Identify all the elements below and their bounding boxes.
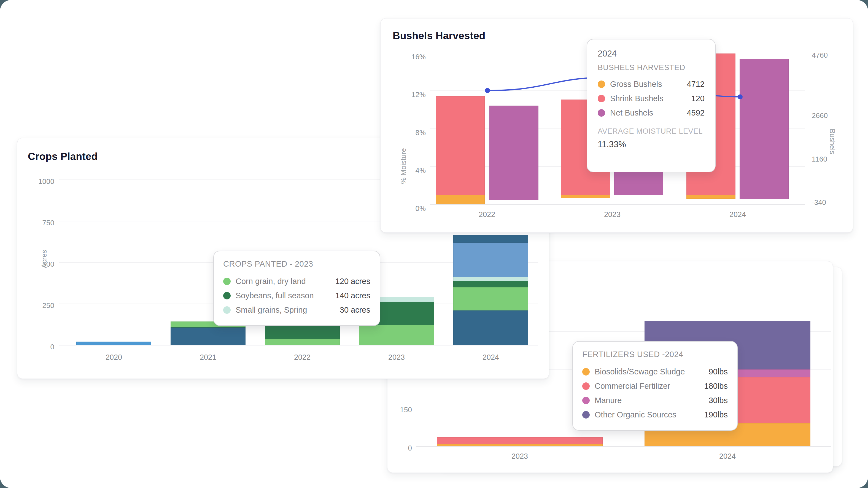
legend-label: Manure <box>595 396 709 405</box>
legend-label: Gross Bushels <box>610 80 687 89</box>
y-axis-tick-label: 250 <box>32 302 54 310</box>
tooltip-legend-row: Other Organic Sources190lbs <box>582 407 728 422</box>
axis-unit-label: Acres <box>40 250 49 268</box>
crops-bar-2024-seg5[interactable] <box>453 235 528 242</box>
crops-bar-2021-seg1[interactable] <box>170 327 246 327</box>
y-axis-tick-label: 2660 <box>812 111 834 120</box>
crops-bar-2020-seg0[interactable] <box>76 342 151 345</box>
crops-bar-2021-seg0[interactable] <box>170 327 246 345</box>
legend-dot-icon <box>582 411 590 419</box>
legend-dot-icon <box>598 109 605 117</box>
tooltip-legend-row: Biosolids/Sewage Sludge90lbs <box>582 365 728 379</box>
x-axis-tick-label: 2024 <box>706 452 749 460</box>
crops-bar-2024-seg4[interactable] <box>453 242 528 277</box>
fertilizers-tooltip-title: FERTILIZERS USED -2024 <box>582 350 728 359</box>
legend-value: 4712 <box>687 80 705 89</box>
fertilizers-tooltip-rows: Biosolids/Sewage Sludge90lbsCommercial F… <box>582 365 728 422</box>
tooltip-legend-row: Corn grain, dry land120 acres <box>223 274 370 288</box>
moisture-point-2022[interactable] <box>485 88 490 93</box>
crops-bar-2024-seg2[interactable] <box>453 281 528 287</box>
tooltip-legend-row: Shrink Bushels120 <box>598 91 705 106</box>
crops-tooltip-rows: Corn grain, dry land120 acresSoybeans, f… <box>223 274 370 317</box>
crops-bar-2023-seg0[interactable] <box>359 325 434 345</box>
legend-value: 30 acres <box>340 306 370 315</box>
bushels-harvested-title: Bushels Harvested <box>393 30 486 41</box>
fertilizers-tooltip: FERTILIZERS USED -2024 Biosolids/Sewage … <box>572 341 738 431</box>
legend-dot-icon <box>223 306 230 314</box>
y-axis-tick-label: 16% <box>404 53 426 61</box>
legend-dot-icon <box>598 95 605 102</box>
x-axis-tick-label: 2020 <box>92 353 136 362</box>
bushels-tooltip-footer-value: 11.33% <box>598 140 705 149</box>
y-axis-tick-label: 1000 <box>32 177 54 185</box>
y-axis-tick-label: 0 <box>390 444 412 452</box>
x-axis-tick-label: 2024 <box>716 210 760 219</box>
legend-value: 120 acres <box>335 277 370 286</box>
y-axis-tick-label: 0% <box>404 204 426 212</box>
legend-label: Small grains, Spring <box>236 306 340 315</box>
legend-value: 140 acres <box>335 291 370 300</box>
y-axis-tick-label: 150 <box>390 406 412 414</box>
y-axis-tick-label: 4760 <box>812 51 834 59</box>
crops-bar-2024-seg3[interactable] <box>453 277 528 281</box>
x-axis-tick-label: 2024 <box>469 353 513 362</box>
legend-value: 30lbs <box>709 396 728 405</box>
legend-label: Other Organic Sources <box>595 410 704 419</box>
y-axis-tick-label: 12% <box>404 90 426 99</box>
legend-label: Biosolids/Sewage Sludge <box>595 367 709 376</box>
legend-value: 190lbs <box>704 410 728 419</box>
bushels-tooltip: 2024 BUSHELS HARVESTED Gross Bushels4712… <box>587 39 716 172</box>
legend-dot-icon <box>223 278 230 285</box>
legend-dot-icon <box>582 368 590 375</box>
crops-bar-2022-seg0[interactable] <box>265 339 340 345</box>
legend-label: Corn grain, dry land <box>236 277 335 286</box>
tooltip-legend-row: Soybeans, full season140 acres <box>223 288 370 303</box>
y-axis-tick-label: 1160 <box>812 155 834 163</box>
x-axis-tick-label: 2021 <box>186 353 230 362</box>
bushels-tooltip-year: 2024 <box>598 49 705 59</box>
bushels-tooltip-footer-label: AVERAGE MOISTURE LEVEL <box>598 127 705 136</box>
legend-label: Shrink Bushels <box>610 94 691 103</box>
legend-dot-icon <box>582 397 590 404</box>
x-axis-tick-label: 2023 <box>374 353 418 362</box>
axis-unit-label: % Moisture <box>399 148 408 184</box>
legend-label: Net Bushels <box>610 108 687 117</box>
y-axis-tick-label: 8% <box>404 128 426 137</box>
x-axis-tick-label: 2023 <box>590 210 634 219</box>
crops-tooltip-title: CROPS PANTED - 2023 <box>223 259 370 268</box>
gridline <box>430 204 805 205</box>
y-axis-tick-label: -340 <box>812 198 834 206</box>
tooltip-legend-row: Gross Bushels4712 <box>598 77 705 91</box>
y-axis-tick-label: 750 <box>32 219 54 227</box>
fertilizer-bar-2023-seg1[interactable] <box>437 437 602 444</box>
tooltip-legend-row: Net Bushels4592 <box>598 106 705 120</box>
legend-value: 180lbs <box>704 381 728 391</box>
dashboard-canvas: 600450300150020232024 FERTILIZERS USED -… <box>0 0 868 488</box>
legend-dot-icon <box>598 81 605 88</box>
legend-value: 4592 <box>687 108 705 117</box>
legend-label: Commercial Fertilizer <box>595 381 704 391</box>
moisture-point-2024[interactable] <box>738 94 743 99</box>
x-axis-tick-label: 2022 <box>280 353 324 362</box>
crops-bar-2024-seg1[interactable] <box>453 287 528 311</box>
crops-bar-2024-seg0[interactable] <box>453 311 528 345</box>
tooltip-legend-row: Manure30lbs <box>582 393 728 407</box>
bushels-harvested-card: Bushels Harvested 16%12%8%4%0%4760266011… <box>380 18 853 233</box>
tooltip-legend-row: Commercial Fertilizer180lbs <box>582 379 728 393</box>
crops-planted-title: Crops Planted <box>28 151 97 163</box>
legend-value: 120 <box>691 94 705 103</box>
legend-dot-icon <box>223 292 230 299</box>
fertilizer-bar-2023-seg0[interactable] <box>437 444 602 446</box>
legend-value: 90lbs <box>709 367 728 376</box>
tooltip-legend-row: Small grains, Spring30 acres <box>223 303 370 317</box>
bushels-tooltip-rows: Gross Bushels4712Shrink Bushels120Net Bu… <box>598 77 705 120</box>
bushels-tooltip-section: BUSHELS HARVESTED <box>598 63 705 72</box>
x-axis-tick-label: 2023 <box>498 452 542 460</box>
y-axis-tick-label: 0 <box>32 343 54 351</box>
gridline <box>416 446 831 447</box>
legend-dot-icon <box>582 382 590 390</box>
legend-label: Soybeans, full season <box>236 291 335 300</box>
crops-tooltip: CROPS PANTED - 2023 Corn grain, dry land… <box>213 251 380 326</box>
gridline <box>59 345 538 345</box>
axis-unit-label: Bushels <box>828 129 837 154</box>
